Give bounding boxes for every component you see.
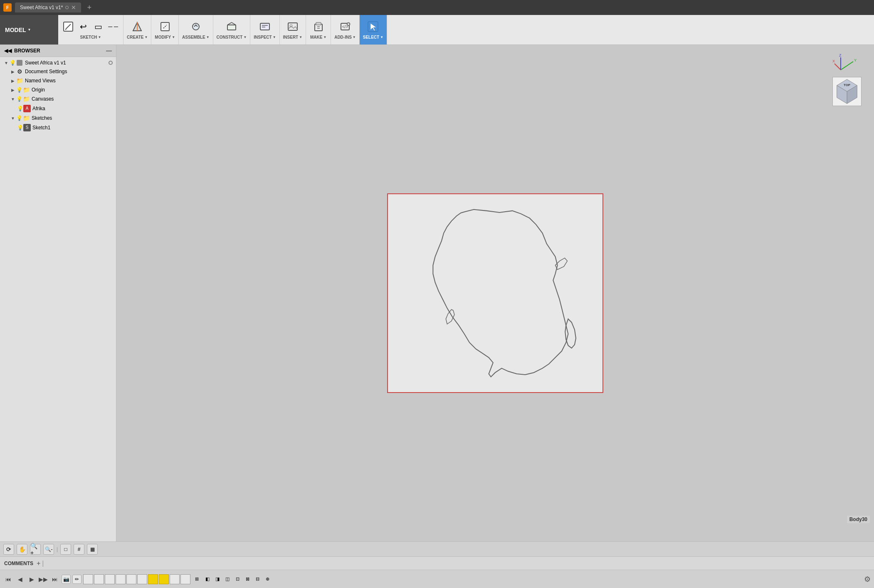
- timeline-prev-button[interactable]: ◀: [15, 574, 25, 584]
- browser-collapse-icon[interactable]: —: [106, 47, 112, 54]
- timeline-frame[interactable]: [170, 574, 180, 584]
- tree-item-afrika[interactable]: 💡 A Afrika: [0, 104, 116, 114]
- origin-eye-icon[interactable]: 💡: [16, 87, 22, 93]
- timeline-frame[interactable]: [126, 574, 136, 584]
- create-section[interactable]: CREATE ▼: [123, 15, 151, 44]
- timeline-next-button[interactable]: ▶▶: [38, 574, 48, 584]
- doc-settings-expand-icon[interactable]: ▶: [10, 69, 16, 74]
- timeline-tool-6[interactable]: ⊠: [243, 575, 252, 584]
- timeline-tool-3[interactable]: ◨: [213, 575, 222, 584]
- modify-label: MODIFY ▼: [155, 35, 175, 40]
- doc-settings-label: Document Settings: [23, 69, 113, 74]
- tree-item-named-views[interactable]: ▶ 📁 Named Views: [0, 76, 116, 85]
- timeline-tool-8[interactable]: ⊕: [263, 575, 272, 584]
- named-views-expand-icon[interactable]: ▶: [10, 79, 16, 83]
- inspect-section[interactable]: INSPECT ▼: [250, 15, 279, 44]
- timeline-frame[interactable]: [116, 574, 126, 584]
- zoom-in-button[interactable]: 🔍+: [30, 544, 41, 555]
- pan-tools-button[interactable]: ✋: [17, 544, 27, 555]
- afrika-label: Afrika: [31, 106, 113, 111]
- svg-point-4: [193, 23, 199, 30]
- viewcube[interactable]: Y X Z TOP: [832, 53, 866, 95]
- timeline-record-icon[interactable]: 📷: [62, 575, 71, 584]
- canvases-folder-icon: 📁: [22, 96, 30, 102]
- timeline-settings-icon[interactable]: ⚙: [864, 575, 871, 584]
- viewport[interactable]: Y X Z TOP Body30: [116, 45, 874, 541]
- timeline-frame-active[interactable]: [148, 574, 158, 584]
- add-ins-section[interactable]: </> ADD-INS ▼: [331, 15, 360, 44]
- model-label: MODEL: [5, 27, 26, 33]
- tree-root[interactable]: ▼ 💡 Sweet Africa v1 v1: [0, 59, 116, 67]
- canvases-eye-icon[interactable]: 💡: [16, 96, 22, 102]
- timeline-frame[interactable]: [180, 574, 190, 584]
- timeline-play-button[interactable]: ▶: [27, 574, 37, 584]
- timeline-sketch-icon[interactable]: ✏: [72, 575, 81, 584]
- sketches-folder-icon: 📁: [22, 115, 30, 121]
- timeline-frame[interactable]: [105, 574, 115, 584]
- canvases-label: Canvases: [30, 96, 113, 102]
- zoom-out-button[interactable]: 🔍-: [43, 544, 54, 555]
- tree-item-sketches[interactable]: ▼ 💡 📁 Sketches: [0, 114, 116, 123]
- timeline-first-frame-button[interactable]: ⏮: [3, 574, 13, 584]
- timeline-frame[interactable]: [137, 574, 147, 584]
- tab-label: Sweet Africa v1 v1*: [20, 5, 63, 10]
- sketches-label: Sketches: [30, 115, 113, 121]
- model-workspace-selector[interactable]: MODEL ▼: [0, 15, 58, 44]
- svg-rect-8: [260, 23, 269, 30]
- insert-icon: [286, 20, 299, 33]
- sketch-section[interactable]: ↩ ▭ ─ ─ SKETCH ▼: [58, 15, 123, 44]
- assemble-label: ASSEMBLE ▼: [182, 35, 209, 40]
- add-tab-button[interactable]: +: [84, 3, 94, 12]
- svg-text:TOP: TOP: [844, 83, 850, 87]
- construct-section[interactable]: CONSTRUCT ▼: [213, 15, 251, 44]
- model-button[interactable]: MODEL ▼: [5, 27, 31, 33]
- add-comment-button[interactable]: +: [37, 560, 40, 567]
- collapse-sidebar-button[interactable]: ◀◀: [4, 48, 12, 54]
- sketch1-sketch-icon: S: [23, 124, 31, 131]
- timeline-frame[interactable]: [83, 574, 93, 584]
- svg-text:X: X: [832, 59, 835, 63]
- select-section[interactable]: SELECT ▼: [360, 15, 387, 44]
- select-icon: [366, 20, 380, 33]
- view-mode-button[interactable]: □: [60, 544, 71, 555]
- toolbar: MODEL ▼ ↩ ▭ ─ ─ SKETCH ▼: [0, 15, 874, 45]
- comments-label: COMMENTS: [4, 561, 33, 566]
- viewcube-box[interactable]: TOP: [832, 77, 862, 106]
- orbit-tool-button[interactable]: ⟳: [3, 544, 14, 555]
- timeline-last-frame-button[interactable]: ⏭: [50, 574, 60, 584]
- construct-icon: [225, 20, 238, 33]
- comments-bar: COMMENTS + |: [0, 556, 874, 570]
- tree-item-sketch1[interactable]: 💡 S Sketch1: [0, 123, 116, 133]
- make-section[interactable]: MAKE ▼: [306, 15, 331, 44]
- named-views-label: Named Views: [23, 78, 113, 84]
- timeline-tool-4[interactable]: ◫: [223, 575, 232, 584]
- root-expand-icon[interactable]: ▼: [3, 61, 9, 65]
- root-visibility-dot: [109, 61, 113, 65]
- timeline-tool-7[interactable]: ⊟: [253, 575, 262, 584]
- timeline-tool-1[interactable]: ⊞: [192, 575, 201, 584]
- line-icon: ─ ─: [106, 20, 120, 33]
- timeline-frame[interactable]: [94, 574, 104, 584]
- close-tab-button[interactable]: ✕: [71, 4, 76, 11]
- sketches-expand-icon[interactable]: ▼: [10, 116, 16, 121]
- timeline-tool-2[interactable]: ◧: [203, 575, 212, 584]
- canvases-expand-icon[interactable]: ▼: [10, 97, 16, 101]
- document-tab[interactable]: Sweet Africa v1 v1* ✕: [15, 2, 81, 12]
- grid-button[interactable]: #: [74, 544, 84, 555]
- tree-item-doc-settings[interactable]: ▶ ⚙ Document Settings: [0, 67, 116, 76]
- origin-expand-icon[interactable]: ▶: [10, 88, 16, 92]
- root-eye-icon[interactable]: 💡: [9, 60, 16, 66]
- tree-item-origin[interactable]: ▶ 💡 📁 Origin: [0, 85, 116, 94]
- sketch1-eye-icon[interactable]: 💡: [17, 125, 23, 131]
- add-ins-icon: </>: [338, 20, 352, 33]
- insert-section[interactable]: INSERT ▼: [280, 15, 306, 44]
- afrika-eye-icon[interactable]: 💡: [17, 106, 23, 111]
- sketch-icon: [62, 20, 75, 33]
- assemble-section[interactable]: ASSEMBLE ▼: [179, 15, 213, 44]
- sketches-eye-icon[interactable]: 💡: [16, 115, 22, 121]
- timeline-tool-5[interactable]: ⊡: [233, 575, 242, 584]
- tree-item-canvases[interactable]: ▼ 💡 📁 Canvases: [0, 94, 116, 104]
- modify-section[interactable]: MODIFY ▼: [151, 15, 179, 44]
- layout-button[interactable]: ▦: [87, 544, 98, 555]
- timeline-frame-active[interactable]: [159, 574, 169, 584]
